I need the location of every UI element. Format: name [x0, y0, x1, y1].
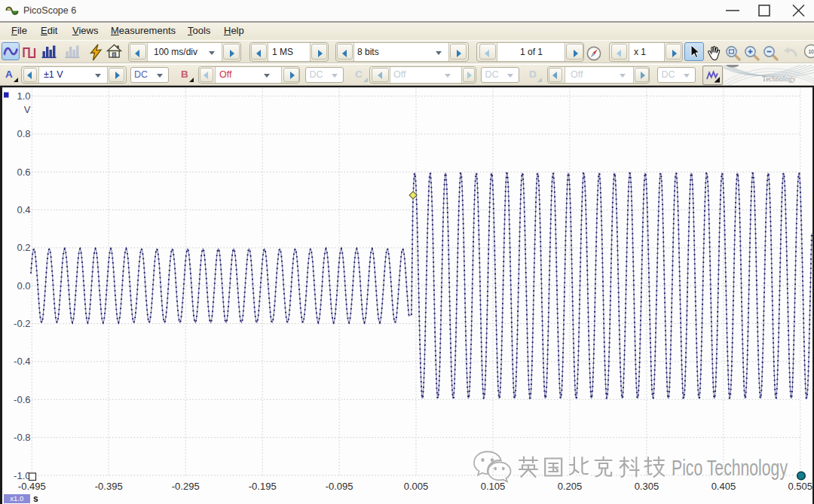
- svg-text:0.6: 0.6: [17, 166, 30, 178]
- svg-text:-0.195: -0.195: [249, 481, 277, 492]
- svg-text:0.005: 0.005: [404, 481, 429, 492]
- svg-text:0.0: 0.0: [17, 280, 30, 292]
- svg-text:-0.395: -0.395: [95, 481, 123, 492]
- svg-text:0.8: 0.8: [17, 128, 30, 139]
- svg-text:V: V: [24, 104, 31, 115]
- svg-text:s: s: [33, 493, 38, 504]
- svg-text:-0.495: -0.495: [18, 481, 46, 492]
- svg-text:0.4: 0.4: [17, 204, 30, 215]
- svg-text:10: 10: [808, 49, 814, 54]
- svg-text:-0.2: -0.2: [14, 318, 30, 329]
- svg-text:-0.6: -0.6: [14, 394, 30, 405]
- svg-text:-0.095: -0.095: [326, 481, 353, 492]
- svg-text:Pico Technology: Pico Technology: [672, 455, 788, 480]
- svg-text:-1.0: -1.0: [14, 470, 30, 481]
- svg-text:-0.295: -0.295: [172, 481, 200, 492]
- svg-text:1.0: 1.0: [17, 90, 30, 102]
- svg-text:0.2: 0.2: [17, 242, 30, 253]
- svg-text:-0.8: -0.8: [14, 432, 30, 443]
- svg-text:-0.4: -0.4: [14, 356, 30, 367]
- svg-text:Technology: Technology: [762, 75, 796, 82]
